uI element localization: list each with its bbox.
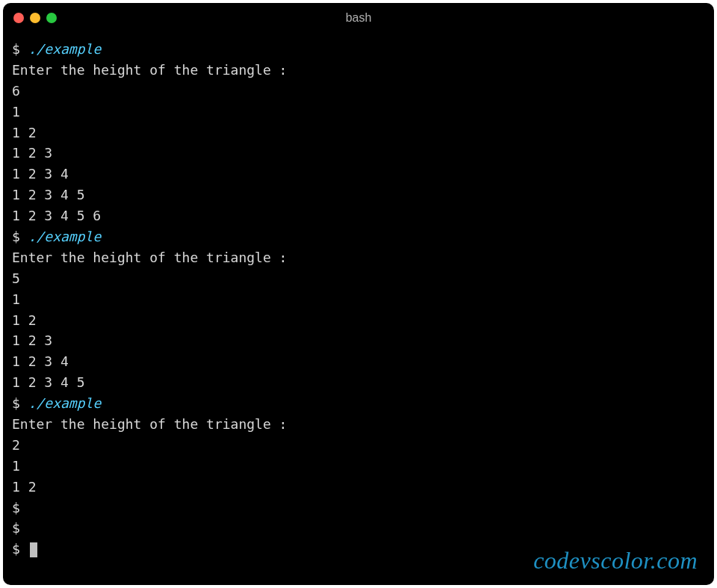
title-bar: bash (3, 3, 714, 33)
terminal-line: Enter the height of the triangle : (12, 414, 705, 435)
output-text: 1 (12, 291, 20, 307)
terminal-line: 6 (12, 81, 705, 102)
output-text: 1 2 (12, 125, 37, 140)
output-text: 1 2 3 4 5 (12, 374, 85, 390)
output-text: 1 2 3 4 5 (12, 187, 85, 202)
output-text: 1 2 3 4 5 6 (12, 208, 101, 223)
prompt-symbol: $ (12, 41, 28, 57)
terminal-line: 1 (12, 289, 705, 310)
terminal-line: 1 2 3 4 5 6 (12, 205, 705, 226)
terminal-line: Enter the height of the triangle : (12, 247, 705, 268)
terminal-window: bash $ ./exampleEnter the height of the … (3, 3, 714, 585)
cursor-icon (30, 542, 37, 557)
minimize-icon[interactable] (30, 13, 40, 23)
prompt-symbol: $ (12, 520, 20, 536)
output-text: 2 (12, 437, 20, 453)
terminal-line: 5 (12, 268, 705, 289)
terminal-line: Enter the height of the triangle : (12, 60, 705, 81)
output-text: 1 2 3 4 (12, 166, 69, 182)
command-text: ./example (28, 41, 102, 57)
window-title: bash (346, 11, 372, 25)
prompt-symbol: $ (12, 541, 28, 557)
output-text: 1 (12, 458, 20, 474)
close-icon[interactable] (13, 13, 24, 23)
terminal-line: $ ./example (12, 226, 705, 247)
terminal-line: $ (12, 518, 705, 539)
terminal-line: $ (12, 498, 705, 519)
terminal-line: 1 2 3 4 (12, 164, 705, 185)
prompt-symbol: $ (12, 500, 20, 516)
output-text: 5 (12, 270, 20, 286)
terminal-line: 2 (12, 435, 705, 456)
terminal-line: 1 2 (12, 477, 705, 498)
output-text: 1 2 3 (12, 332, 52, 348)
terminal-line: 1 2 3 4 (12, 351, 705, 372)
output-text: Enter the height of the triangle : (12, 416, 287, 432)
output-text: 1 (12, 104, 20, 120)
terminal-line: 1 2 3 (12, 330, 705, 351)
terminal-line: $ ./example (12, 39, 705, 60)
terminal-line: 1 (12, 102, 705, 123)
maximize-icon[interactable] (46, 13, 57, 23)
prompt-symbol: $ (12, 395, 28, 411)
watermark: codevscolor.com (533, 547, 698, 575)
command-text: ./example (28, 395, 102, 411)
terminal-line: 1 (12, 456, 705, 477)
terminal-line: 1 2 3 (12, 143, 705, 164)
terminal-line: 1 2 (12, 310, 705, 331)
output-text: 1 2 3 4 (12, 353, 69, 369)
output-text: 1 2 3 (12, 145, 52, 161)
output-text: Enter the height of the triangle : (12, 250, 287, 265)
command-text: ./example (28, 229, 102, 244)
prompt-symbol: $ (12, 229, 28, 244)
output-text: 1 2 (12, 479, 37, 495)
terminal-line: $ ./example (12, 393, 705, 414)
terminal-content[interactable]: $ ./exampleEnter the height of the trian… (3, 33, 714, 585)
output-text: Enter the height of the triangle : (12, 62, 287, 78)
terminal-line: 1 2 3 4 5 (12, 185, 705, 205)
output-text: 6 (12, 83, 20, 99)
output-text: 1 2 (12, 312, 37, 328)
terminal-line: 1 2 (12, 123, 705, 143)
terminal-line: 1 2 3 4 5 (12, 372, 705, 393)
traffic-lights (13, 13, 57, 23)
